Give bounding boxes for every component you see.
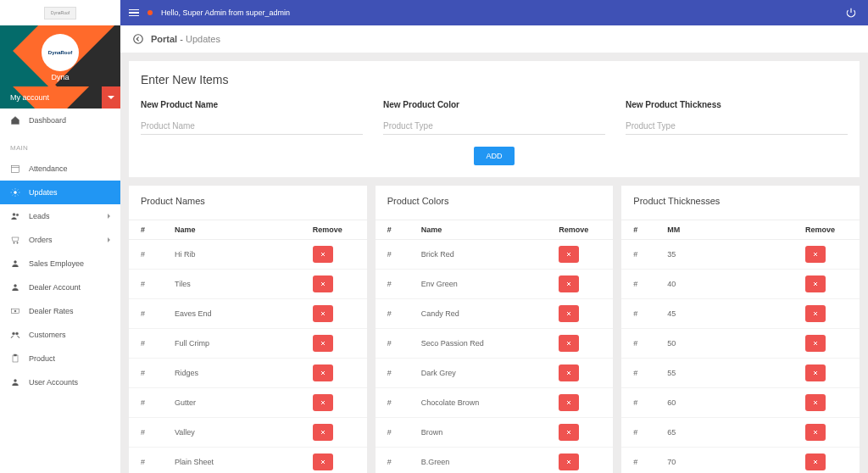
nav-section-label: MAIN bbox=[0, 132, 120, 157]
remove-button[interactable] bbox=[805, 335, 826, 352]
remove-button[interactable] bbox=[559, 246, 579, 263]
svg-point-15 bbox=[134, 35, 143, 44]
table-row: #Ridges bbox=[129, 359, 367, 388]
remove-button[interactable] bbox=[313, 394, 333, 411]
sidebar-item-label: Dealer Rates bbox=[29, 307, 74, 315]
table-row: #Plain Sheet bbox=[129, 448, 367, 473]
cell-name: Env Green bbox=[421, 280, 559, 288]
notification-dot-icon bbox=[147, 10, 153, 15]
cell-name: 35 bbox=[667, 250, 805, 259]
svg-point-14 bbox=[14, 380, 17, 382]
remove-button[interactable] bbox=[313, 364, 333, 381]
sidebar-item-label: Sales Employee bbox=[29, 259, 84, 268]
table-row: #50 bbox=[621, 329, 860, 359]
sidebar-item-updates[interactable]: Updates bbox=[0, 181, 120, 204]
remove-button[interactable] bbox=[559, 364, 579, 381]
remove-button[interactable] bbox=[313, 246, 333, 263]
remove-button[interactable] bbox=[313, 335, 333, 352]
table-row: #Env Green bbox=[376, 270, 614, 299]
table-row: #40 bbox=[621, 270, 860, 299]
remove-button[interactable] bbox=[559, 305, 579, 322]
remove-button[interactable] bbox=[805, 364, 826, 381]
back-circle-icon[interactable] bbox=[132, 33, 144, 45]
sidebar-item-leads[interactable]: Leads bbox=[0, 204, 120, 228]
greeting-text: Hello, Super Admin from super_admin bbox=[161, 8, 290, 17]
table-row: #Seco Passion Red bbox=[376, 329, 614, 359]
remove-button[interactable] bbox=[805, 424, 826, 441]
breadcrumb: Portal - Updates bbox=[120, 25, 868, 53]
sidebar-item-dashboard[interactable]: Dashboard bbox=[0, 109, 120, 132]
product-thickness-label: New Product Thickness bbox=[626, 100, 848, 109]
remove-button[interactable] bbox=[313, 305, 333, 322]
sidebar-item-dealer-account[interactable]: Dealer Account bbox=[0, 275, 120, 299]
product-color-input[interactable] bbox=[383, 118, 605, 135]
sidebar-item-label: User Accounts bbox=[29, 378, 78, 387]
product-name-input[interactable] bbox=[141, 118, 363, 135]
table-row: #65 bbox=[621, 418, 860, 448]
table-title: Product Thicknesses bbox=[621, 186, 860, 220]
remove-button[interactable] bbox=[313, 454, 333, 470]
remove-button[interactable] bbox=[559, 394, 579, 411]
table-title: Product Colors bbox=[376, 186, 614, 220]
money-icon bbox=[10, 306, 20, 316]
sidebar-item-customers[interactable]: Customers bbox=[0, 323, 120, 347]
sidebar-item-user-accounts[interactable]: User Accounts bbox=[0, 370, 120, 394]
remove-button[interactable] bbox=[559, 275, 579, 292]
enter-items-card: Enter New Items New Product Name New Pro… bbox=[129, 61, 860, 177]
brand-logo-box[interactable]: DynaRoof bbox=[0, 0, 120, 25]
remove-button[interactable] bbox=[805, 246, 826, 263]
cell-name: 55 bbox=[667, 369, 805, 377]
sidebar-item-orders[interactable]: Orders bbox=[0, 228, 120, 252]
table-row: #55 bbox=[621, 359, 860, 388]
remove-button[interactable] bbox=[805, 305, 826, 322]
cell-name: B.Green bbox=[421, 458, 559, 466]
sidebar-item-label: Dashboard bbox=[29, 116, 66, 125]
cell-name: Dark Grey bbox=[421, 369, 559, 377]
remove-button[interactable] bbox=[559, 335, 579, 352]
product-thickness-input[interactable] bbox=[626, 118, 848, 135]
sidebar-item-label: Customers bbox=[29, 331, 66, 339]
add-button[interactable]: ADD bbox=[474, 147, 514, 165]
sidebar-item-label: Orders bbox=[29, 236, 53, 244]
remove-button[interactable] bbox=[313, 424, 333, 441]
menu-toggle-icon[interactable] bbox=[129, 9, 139, 17]
table-row: #60 bbox=[621, 388, 860, 418]
sidebar-item-dealer-rates[interactable]: Dealer Rates bbox=[0, 299, 120, 323]
cell-name: Full Crimp bbox=[175, 339, 313, 348]
cell-name: Hi Rib bbox=[175, 250, 313, 259]
cell-name: 70 bbox=[667, 458, 805, 466]
cell-name: 40 bbox=[667, 280, 805, 288]
product-color-label: New Product Color bbox=[383, 100, 605, 109]
product-colors-table: Product Colors # Name Remove #Brick Red#… bbox=[376, 186, 614, 473]
my-account-toggle[interactable]: My account bbox=[0, 86, 120, 109]
cell-name: Brick Red bbox=[421, 250, 559, 259]
remove-button[interactable] bbox=[805, 454, 826, 470]
chevron-right-icon bbox=[108, 237, 110, 242]
svg-point-4 bbox=[14, 242, 15, 244]
remove-button[interactable] bbox=[559, 454, 579, 470]
table-row: #70 bbox=[621, 448, 860, 473]
product-thicknesses-table: Product Thicknesses # MM Remove #35#40#4… bbox=[621, 186, 860, 473]
remove-button[interactable] bbox=[805, 275, 826, 292]
calendar-icon bbox=[10, 164, 20, 174]
form-title: Enter New Items bbox=[141, 73, 848, 86]
svg-rect-0 bbox=[12, 166, 19, 173]
sidebar-header: DynaRoof Dyna bbox=[0, 25, 120, 86]
cell-name: Valley bbox=[175, 428, 313, 437]
clipboard-icon bbox=[10, 353, 20, 364]
sidebar-item-attendance[interactable]: Attendance bbox=[0, 157, 120, 181]
table-row: #Valley bbox=[129, 418, 367, 448]
person-icon bbox=[10, 259, 20, 269]
power-icon[interactable] bbox=[845, 7, 857, 19]
breadcrumb-page: Updates bbox=[186, 34, 220, 44]
svg-rect-13 bbox=[14, 354, 17, 356]
remove-button[interactable] bbox=[805, 394, 826, 411]
remove-button[interactable] bbox=[559, 424, 579, 441]
table-row: #Dark Grey bbox=[376, 359, 614, 388]
sidebar-item-product[interactable]: Product bbox=[0, 347, 120, 370]
sidebar-item-sales-employee[interactable]: Sales Employee bbox=[0, 252, 120, 275]
cart-icon bbox=[10, 235, 20, 245]
svg-point-11 bbox=[16, 332, 19, 335]
product-names-table: Product Names # Name Remove #Hi Rib#Tile… bbox=[129, 186, 367, 473]
remove-button[interactable] bbox=[313, 275, 333, 292]
